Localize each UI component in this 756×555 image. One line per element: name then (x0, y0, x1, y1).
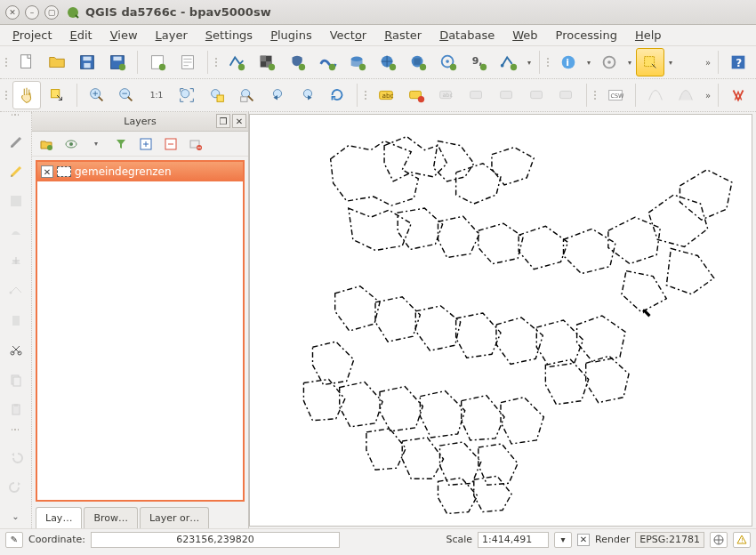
current-edits-icon[interactable] (4, 130, 28, 154)
refresh-button[interactable] (324, 81, 352, 109)
open-project-button[interactable] (43, 48, 71, 76)
pan-to-selection-button[interactable] (43, 81, 71, 109)
identify-button[interactable]: i (554, 48, 583, 76)
toggle-editing-icon[interactable] (4, 159, 28, 183)
copy-features-icon[interactable] (4, 367, 28, 391)
crs-field[interactable]: EPSG:21781 (635, 532, 704, 548)
move-feature-icon[interactable] (4, 249, 28, 273)
save-project-button[interactable] (73, 48, 101, 76)
label-show-button[interactable] (493, 81, 521, 109)
scale-field[interactable]: 1:414,491 (478, 532, 549, 548)
zoom-out-button[interactable] (113, 81, 141, 109)
add-spatialite-layer-button[interactable] (313, 48, 342, 76)
label-pin-button[interactable] (462, 81, 491, 109)
new-vector-layer-button[interactable] (495, 48, 523, 76)
zoom-next-button[interactable] (294, 81, 322, 109)
dropdown-icon[interactable]: ▾ (584, 59, 593, 67)
label-rotate-button[interactable] (553, 81, 582, 109)
label-toolbar-button[interactable]: abc (372, 81, 400, 109)
add-raster-layer-button[interactable] (253, 48, 281, 76)
menu-plugins[interactable]: Plugins (263, 27, 319, 44)
layer-item-gemeindegrenzen[interactable]: ✕ gemeindegrenzen (37, 162, 243, 181)
render-checkbox[interactable]: ✕ (577, 534, 590, 546)
menu-project[interactable]: Project (5, 27, 60, 44)
map-canvas[interactable]: ⬉ (249, 114, 752, 527)
label-move-button[interactable] (523, 81, 551, 109)
visibility-dropdown-icon[interactable]: ▾ (85, 133, 107, 155)
tab-browser[interactable]: Brow… (84, 507, 138, 528)
select-features-button[interactable] (636, 48, 664, 76)
close-panel-icon[interactable]: ✕ (232, 114, 246, 128)
new-project-button[interactable] (12, 48, 41, 76)
tab-layer-order[interactable]: Layer or… (140, 507, 209, 528)
crs-button[interactable] (710, 532, 728, 548)
coordinate-field[interactable]: 623156,239820 (91, 532, 340, 548)
zoom-to-selection-button[interactable] (203, 81, 231, 109)
save-as-button[interactable] (103, 48, 132, 76)
undo-icon[interactable] (4, 445, 28, 469)
filter-legend-icon[interactable] (110, 133, 132, 155)
histogram-button[interactable] (641, 81, 670, 109)
zoom-full-button[interactable] (173, 81, 201, 109)
csw-button[interactable]: CSW (601, 81, 630, 109)
dropdown-icon[interactable]: ▾ (525, 59, 534, 67)
add-vector-layer-button[interactable] (222, 48, 251, 76)
maximize-icon[interactable]: ▢ (44, 5, 59, 20)
label-settings-button[interactable] (402, 81, 430, 109)
add-mssql-layer-button[interactable] (343, 48, 372, 76)
zoom-native-button[interactable]: 1:1 (142, 81, 171, 109)
messages-button[interactable]: ! (733, 532, 751, 548)
expand-all-icon[interactable] (135, 133, 157, 155)
help-button[interactable]: ? (724, 48, 752, 76)
minimize-icon[interactable]: – (25, 5, 39, 20)
zoom-to-layer-button[interactable] (233, 81, 261, 109)
expander-icon[interactable]: ⌄ (4, 504, 28, 528)
tab-layers[interactable]: Lay… (36, 507, 82, 528)
add-wcs-layer-button[interactable] (404, 48, 432, 76)
composer-manager-button[interactable] (173, 48, 202, 76)
dropdown-icon[interactable]: ▾ (666, 59, 675, 67)
zoom-in-button[interactable] (83, 81, 111, 109)
menu-processing[interactable]: Processing (549, 27, 624, 44)
add-group-icon[interactable] (36, 133, 57, 155)
node-tool-icon[interactable] (4, 278, 28, 302)
collapse-all-icon[interactable] (160, 133, 181, 155)
remove-layer-icon[interactable] (185, 133, 206, 155)
layer-tree[interactable]: ✕ gemeindegrenzen (36, 160, 245, 502)
layer-checkbox[interactable]: ✕ (41, 165, 53, 178)
delete-selected-icon[interactable] (4, 308, 28, 332)
add-delimited-text-layer-button[interactable]: 9, (464, 48, 493, 76)
add-wms-layer-button[interactable] (374, 48, 402, 76)
toggle-extents-button[interactable]: ✎ (5, 532, 23, 548)
menu-layer[interactable]: Layer (149, 27, 195, 44)
close-icon[interactable]: ✕ (5, 5, 20, 20)
menu-edit[interactable]: Edit (63, 27, 100, 44)
cut-features-icon[interactable] (4, 338, 28, 362)
save-edits-icon[interactable] (4, 189, 28, 213)
add-postgis-layer-button[interactable] (283, 48, 311, 76)
redo-icon[interactable] (4, 474, 28, 498)
menu-settings[interactable]: Settings (198, 27, 260, 44)
menu-view[interactable]: View (103, 27, 145, 44)
toolbar-overflow-button[interactable]: » (704, 91, 712, 101)
menu-database[interactable]: Database (432, 27, 502, 44)
options-button[interactable] (595, 48, 623, 76)
label-pinned-button[interactable]: abc (432, 81, 461, 109)
paste-features-icon[interactable] (4, 398, 28, 422)
zoom-last-button[interactable] (263, 81, 292, 109)
grass-tools-button[interactable] (724, 81, 752, 109)
menu-web[interactable]: Web (505, 27, 544, 44)
menu-vector[interactable]: Vector (323, 27, 374, 44)
scale-dropdown-icon[interactable]: ▾ (554, 532, 572, 548)
histogram-cumulative-button[interactable] (672, 81, 700, 109)
dropdown-icon[interactable]: ▾ (625, 59, 634, 67)
new-print-composer-button[interactable] (143, 48, 172, 76)
toolbar-overflow-button[interactable]: » (704, 58, 712, 68)
menu-raster[interactable]: Raster (377, 27, 429, 44)
add-feature-icon[interactable] (4, 219, 28, 243)
menu-help[interactable]: Help (628, 27, 669, 44)
add-wfs-layer-button[interactable] (434, 48, 462, 76)
pan-button[interactable] (12, 81, 41, 109)
undock-icon[interactable]: ❐ (216, 114, 230, 128)
manage-visibility-icon[interactable] (60, 133, 82, 155)
